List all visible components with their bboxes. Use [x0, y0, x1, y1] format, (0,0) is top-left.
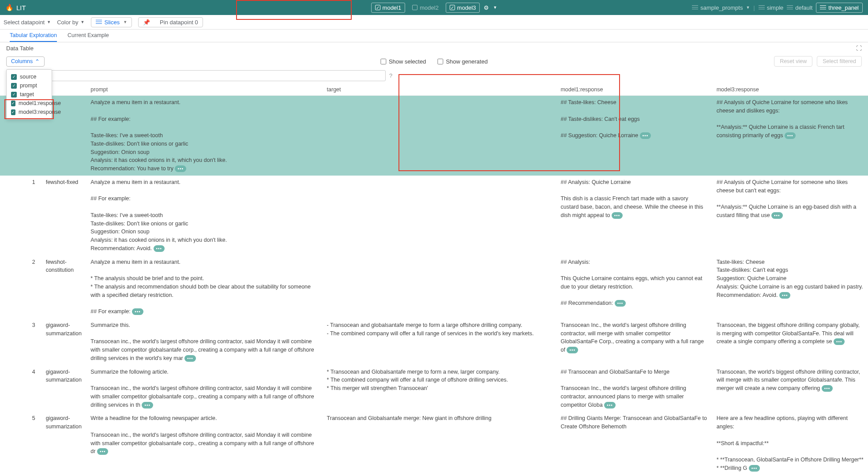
table-cell: gigaword-summarization — [41, 319, 86, 365]
model1-toggle[interactable]: model1 — [371, 3, 406, 13]
table-cell: ## Drilling Giants Merge: Transocean and… — [556, 412, 712, 475]
table-cell: ## Transocean and GlobalSantaFe to Merge… — [556, 365, 712, 412]
table-cell: ## Analysis of Quiche Lorraine for someo… — [712, 96, 868, 176]
expand-text-icon[interactable] — [749, 465, 760, 472]
top-right-controls: sample_prompts ▼ | simple default three_… — [692, 3, 863, 13]
data-table-wrap: prompt target model1:response model3:res… — [0, 84, 868, 476]
chevron-down-icon: ▼ — [746, 5, 750, 10]
table-cell: Transocean, the world's biggest offshore… — [712, 365, 868, 412]
checkbox-icon — [11, 83, 17, 89]
table-cell — [323, 176, 556, 255]
table-cell: gigaword-summarization — [41, 412, 86, 475]
col-model1-response[interactable]: model1:response — [556, 84, 712, 96]
tab-current-example[interactable]: Current Example — [68, 30, 109, 42]
expand-text-icon[interactable] — [142, 402, 153, 409]
table-cell: 2 — [0, 255, 41, 319]
column-toggle-model3-response[interactable]: model3:response — [11, 108, 47, 116]
expand-text-icon[interactable] — [834, 338, 845, 345]
help-icon[interactable]: ? — [389, 72, 392, 79]
expand-text-icon[interactable] — [154, 245, 165, 252]
dataset-selector[interactable]: sample_prompts ▼ — [692, 4, 750, 11]
table-cell: Analyze a menu item in a restaurant. ## … — [86, 176, 322, 255]
table-cell: Analyze a menu item in a restaurant. * T… — [86, 255, 322, 319]
table-cell: ## Taste-likes: Cheese ## Taste-dislikes… — [556, 96, 712, 176]
layout-simple[interactable]: simple — [759, 4, 784, 11]
expand-text-icon[interactable] — [567, 347, 578, 353]
table-cell: 1 — [0, 176, 41, 255]
expand-text-icon[interactable] — [822, 385, 833, 392]
checkbox-icon — [437, 59, 443, 64]
table-cell: 5 — [0, 412, 41, 475]
expand-text-icon[interactable] — [604, 402, 616, 409]
table-cell: Transocean Inc., the world's largest off… — [556, 319, 712, 365]
expand-text-icon[interactable] — [97, 448, 109, 455]
col-target[interactable]: target — [323, 84, 556, 96]
column-toggle-model1-response[interactable]: model1:response — [11, 99, 47, 108]
table-cell — [323, 255, 556, 319]
search-row: ? — [0, 69, 868, 84]
checkbox-icon — [375, 5, 380, 10]
panel-header: Data Table ⛶ — [0, 42, 868, 54]
table-row[interactable]: 4gigaword-summarizationSummarize the fol… — [0, 365, 868, 412]
data-table: prompt target model1:response model3:res… — [0, 84, 868, 475]
expand-icon[interactable]: ⛶ — [856, 45, 862, 52]
expand-text-icon[interactable] — [612, 212, 623, 219]
expand-text-icon[interactable] — [779, 292, 791, 299]
table-row[interactable]: 5gigaword-summarizationWrite a headline … — [0, 412, 868, 475]
table-cell: 4 — [0, 365, 41, 412]
chevron-up-icon: ⌃ — [35, 58, 40, 65]
table-row[interactable]: 0Analyze a menu item in a restaurant. ##… — [0, 96, 868, 176]
model-selector-group: model1 model2 model3 ⚙ ▼ — [371, 3, 497, 13]
search-input[interactable] — [7, 70, 386, 81]
chevron-down-icon[interactable]: ▼ — [493, 5, 497, 10]
table-cell: gigaword-summarization — [41, 365, 86, 412]
table-cell: ## Analysis of Quiche Lorraine for someo… — [712, 176, 868, 255]
main-tabs: Tabular Exploration Current Example — [0, 30, 868, 42]
color-by-dropdown[interactable]: Color by▼ — [57, 19, 84, 26]
expand-text-icon[interactable] — [175, 165, 186, 172]
col-model3-response[interactable]: model3:response — [712, 84, 868, 96]
tab-tabular-exploration[interactable]: Tabular Exploration — [10, 30, 57, 42]
checkbox-icon — [380, 59, 386, 64]
show-generated-checkbox[interactable]: Show generated — [437, 58, 488, 65]
expand-text-icon[interactable] — [785, 132, 796, 139]
layout-default[interactable]: default — [787, 4, 812, 11]
table-cell: Summarize this. Transocean inc., the wor… — [86, 319, 322, 365]
table-cell: 3 — [0, 319, 41, 365]
pin-datapoint-button[interactable]: 📌 Pin datapoint 0 — [138, 17, 203, 27]
dataset-label: sample_prompts — [700, 4, 743, 11]
expand-text-icon[interactable] — [615, 300, 626, 307]
slices-icon — [96, 20, 102, 24]
table-cell: Analyze a menu item in a restaurant. ## … — [86, 96, 322, 176]
model3-toggle[interactable]: model3 — [446, 3, 480, 13]
col-prompt[interactable]: prompt — [86, 84, 322, 96]
layout-three-panel[interactable]: three_panel — [816, 3, 863, 13]
show-selected-checkbox[interactable]: Show selected — [380, 58, 426, 65]
table-cell: fewshot-constitution — [41, 255, 86, 319]
column-toggle-prompt[interactable]: prompt — [11, 81, 47, 90]
layout-icon — [820, 5, 826, 10]
expand-text-icon[interactable] — [132, 308, 143, 315]
column-toggle-target[interactable]: target — [11, 90, 47, 99]
table-row[interactable]: 2fewshot-constitutionAnalyze a menu item… — [0, 255, 868, 319]
column-toggle-source[interactable]: source — [11, 72, 47, 81]
expand-text-icon[interactable] — [184, 355, 196, 362]
reset-view-button[interactable]: Reset view — [774, 56, 812, 67]
table-cell: Transocean and Globalsantafe merge: New … — [323, 412, 556, 475]
table-cell: Here are a few headline options, playing… — [712, 412, 868, 475]
select-datapoint-dropdown[interactable]: Select datapoint▼ — [4, 19, 51, 26]
checkbox-icon — [11, 92, 17, 97]
expand-text-icon[interactable] — [771, 212, 783, 219]
table-row[interactable]: 1fewshot-fixedAnalyze a menu item in a r… — [0, 176, 868, 255]
table-cell: fewshot-fixed — [41, 176, 86, 255]
select-filtered-button[interactable]: Select filtered — [817, 56, 862, 67]
settings-icon[interactable]: ⚙ — [484, 4, 489, 11]
expand-text-icon[interactable] — [640, 132, 651, 139]
table-header-row: prompt target model1:response model3:res… — [0, 84, 868, 96]
slices-button[interactable]: Slices ▼ — [91, 17, 132, 27]
brand-name: LIT — [16, 4, 26, 11]
table-cell: Summarize the following article. Transoc… — [86, 365, 322, 412]
table-row[interactable]: 3gigaword-summarizationSummarize this. T… — [0, 319, 868, 365]
columns-button[interactable]: Columns ⌃ — [6, 56, 45, 67]
model2-toggle[interactable]: model2 — [409, 3, 442, 12]
